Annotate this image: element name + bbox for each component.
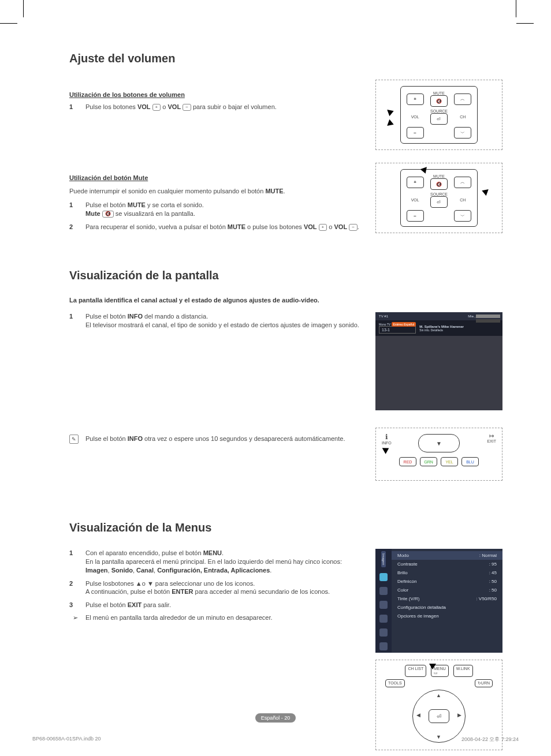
vol-plus-icon: + — [152, 104, 161, 111]
remote-fig-info: ℹINFO ↦EXIT ▼ RED GRN YEL BLU — [375, 428, 502, 481]
mute-osd-icon: 🔇 — [102, 211, 114, 218]
menu-icon-canal — [379, 601, 388, 609]
mute-intro: Puede interrumpir el sonido en cualquier… — [69, 188, 364, 194]
menu-icon-imagen — [379, 573, 388, 581]
menu-icon-config — [379, 615, 388, 623]
menu-row: Brillo: 45 — [392, 568, 502, 577]
menu-icon-sonido — [379, 587, 388, 595]
mute-step2: 2 Para recuperar el sonido, vuelva a pul… — [69, 223, 364, 231]
section2-title: Visualización de la pantalla — [69, 269, 520, 282]
vol-minus-icon: − — [183, 104, 191, 111]
ch-up-btn: ︿ — [454, 93, 471, 105]
mute-btn: 🔇 — [430, 95, 448, 107]
menu-step1: 1 Con el aparato encendido, pulse el bot… — [69, 549, 364, 575]
section1-title: Ajuste del volumen — [69, 52, 520, 65]
source-btn: ⏎ — [430, 113, 448, 125]
menu-arrow-note: El menú en pantalla tarda alrededor de u… — [69, 614, 364, 621]
footer-left: BP68-00658A-01SPA.indb 20 — [32, 736, 100, 743]
page-lang-footer: Español - 20 — [255, 713, 296, 723]
menu-osd-screenshot: Imagen Modo: NormalContraste: 95Brillo: … — [375, 549, 502, 653]
mute-subhead: Utilización del botón Mute — [69, 174, 364, 181]
mute-step1: 1 Pulse el botón MUTE y se corta el soni… — [69, 201, 364, 218]
vol-minus-btn: − — [407, 127, 424, 139]
vol-step1: 1 Pulse los botones VOL + o VOL − para s… — [69, 103, 364, 111]
menu-row: Contraste: 95 — [392, 560, 502, 568]
menu-step3: 3 Pulse el botón EXIT para salir. — [69, 601, 364, 609]
menu-step2: 2 Pulse losbotones ▲o ▼ para seleccionar… — [69, 579, 364, 597]
info-step1: 1 Pulse el botón INFO del mando a distan… — [69, 312, 364, 330]
menu-icon-entrada — [379, 628, 388, 637]
menu-row: Configuración detallada — [392, 603, 502, 612]
menu-row: Tinte (V/R): V50/R50 — [392, 594, 502, 603]
info-note: ✎ Pulse el botón INFO otra vez o espere … — [69, 435, 364, 443]
section3-title: Visualización de la Menus — [69, 521, 520, 534]
remote-fig-vol: + MUTE🔇 ︿ VOL SOURCE⏎ CH − ﹀ — [375, 80, 502, 150]
note-icon: ✎ — [69, 435, 79, 444]
section2-intro: La pantalla identifica el canal actual y… — [69, 297, 520, 304]
footer-right: 2008-04-22 오후 7:29:24 — [461, 736, 519, 743]
menu-row: Color: 50 — [392, 586, 502, 594]
ch-down-btn: ﹀ — [454, 127, 471, 139]
vol-plus-btn: + — [407, 93, 424, 105]
menu-row: Modo: Normal — [392, 551, 502, 560]
menu-icon-app — [379, 642, 388, 650]
menu-row: Definicón: 50 — [392, 577, 502, 586]
osd-info-screenshot: TV #1 Mie., Ene 3 1:45 pm Mono TV Estére… — [375, 312, 502, 410]
vol-subhead: Utilización de los botones de volumen — [69, 91, 364, 98]
menu-row: Opciores de imagen — [392, 612, 502, 620]
remote-fig-mute: + MUTE🔇 ︿ VOL SOURCE⏎ CH − ﹀ — [375, 163, 502, 233]
